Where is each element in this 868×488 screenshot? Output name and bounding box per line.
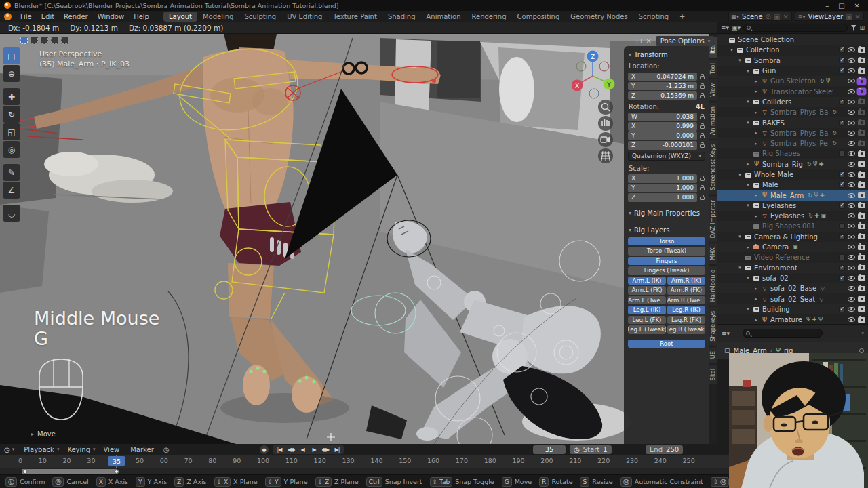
expand-icon[interactable]: ▾ (745, 275, 751, 281)
outliner-row[interactable]: Scene Collection (717, 35, 868, 45)
location-field[interactable]: Y -1.253 m (628, 82, 697, 91)
outliner-item-label[interactable]: Male (762, 181, 778, 188)
outliner-row[interactable]: ▾ Camera & Lighting (717, 232, 868, 242)
rig-layer-button[interactable]: Arm.L (Twe... (628, 296, 666, 305)
lock-icon[interactable] (700, 85, 705, 89)
outliner-row[interactable]: ▾ Colliders (717, 97, 868, 107)
location-field[interactable]: X -0.047024 m (628, 73, 697, 81)
outliner-item-label[interactable]: Scene Collection (738, 36, 794, 43)
maximize-button[interactable]: □ (838, 2, 844, 9)
expand-icon[interactable]: ▸ (753, 141, 759, 146)
hide-viewport-icon[interactable] (848, 100, 855, 104)
sidebar-tab[interactable]: Animation (709, 102, 717, 139)
outliner-row[interactable]: ▸ Camera ▣ (717, 242, 868, 252)
transport-button[interactable]: |◀ (274, 445, 285, 454)
location-field[interactable]: Z -0.15369 m (628, 92, 697, 100)
properties-search[interactable] (743, 329, 823, 338)
disable-render-icon[interactable] (858, 203, 865, 208)
outliner-item-label[interactable]: sofa_02 (762, 274, 789, 282)
disable-render-icon[interactable] (858, 68, 865, 74)
expand-icon[interactable]: ▸ (753, 214, 759, 219)
outliner-item-label[interactable]: Sombra_Phys_Balls (770, 129, 828, 137)
outliner-row[interactable]: ▾ sofa_02 (717, 273, 868, 283)
sidebar-tab[interactable]: Skel (709, 365, 717, 384)
hide-viewport-icon[interactable] (848, 172, 855, 177)
expand-icon[interactable]: ▾ (745, 120, 751, 125)
outliner-row[interactable]: ▾ Male (717, 180, 868, 190)
clear-icon[interactable]: ✕ (783, 13, 788, 20)
expand-icon[interactable]: ▾ (737, 265, 743, 270)
outliner-row[interactable]: ▸ Eyelashes ↻ ✚ ▣ (717, 211, 868, 221)
clear-icon[interactable]: ✕ (855, 13, 861, 20)
select-mode-extend-icon[interactable] (31, 37, 38, 44)
outliner-row[interactable]: Rig Shapes.001 (717, 221, 868, 231)
timeline-menu[interactable]: Keying ▾ (63, 445, 99, 454)
scene-selector[interactable]: ▦▾ Scene ⊘ ▣ ✕ (728, 12, 792, 21)
disable-render-icon[interactable] (858, 275, 865, 281)
editor-type-icon[interactable]: ≡▾ (722, 330, 730, 337)
workspace-tab[interactable]: Shading (382, 12, 421, 22)
outliner-row[interactable]: Rig Shapes (717, 148, 868, 159)
hide-viewport-icon[interactable] (848, 245, 855, 249)
outliner-item-label[interactable]: Male_Arm (770, 192, 804, 199)
hide-viewport-icon[interactable] (848, 110, 855, 115)
lock-icon[interactable] (700, 116, 705, 119)
sidebar-tab[interactable]: UE (709, 347, 717, 363)
transport-button[interactable]: ◆▶ (320, 445, 331, 454)
workspace-tab[interactable]: Texture Paint (328, 12, 382, 22)
expand-icon[interactable]: ▸ (753, 317, 759, 323)
expand-icon[interactable]: ▸ (753, 89, 759, 94)
outliner-item-label[interactable]: Colliders (762, 98, 791, 106)
disable-render-icon[interactable] (858, 286, 865, 291)
outliner-item-label[interactable]: Sombra_Phys_Penis (770, 140, 828, 147)
exclude-checkbox[interactable] (839, 223, 845, 229)
new-collection-icon[interactable]: ⊞ (859, 24, 865, 31)
outliner-row[interactable]: ▸ sofa_02_Base ▽ (717, 283, 868, 293)
hide-viewport-icon[interactable] (848, 297, 855, 302)
outliner-row[interactable]: ▸ sofa_02_Seat ▽ (717, 293, 868, 304)
chevron-down-icon[interactable]: ▾ (861, 331, 864, 336)
hide-viewport-icon[interactable] (848, 276, 855, 281)
transport-button[interactable]: ◀ (297, 445, 308, 454)
transport-button[interactable]: ▶ (309, 445, 319, 454)
menu-item[interactable]: Help (129, 12, 154, 22)
outliner-row[interactable]: ▾ Sombra (717, 56, 868, 66)
hide-viewport-icon[interactable] (848, 255, 855, 260)
select-mode-new-icon[interactable] (20, 37, 28, 44)
outliner-item-label[interactable]: Eyelashes (770, 212, 804, 220)
disable-render-icon[interactable] (858, 306, 865, 312)
lock-icon[interactable] (700, 95, 705, 98)
rig-layer-button[interactable]: Leg.L (FK) (628, 316, 666, 325)
current-frame-field[interactable]: 35 (533, 445, 566, 454)
frame-start-field[interactable]: ◷ Start 1 (570, 445, 612, 454)
outliner-row[interactable]: ▾ Eyelashes (717, 201, 868, 211)
pose-breakdowner-tool[interactable]: ◡ (3, 205, 20, 222)
outliner-row[interactable]: ▾ BAKES (717, 117, 868, 127)
hide-viewport-icon[interactable] (848, 224, 855, 228)
disable-render-icon[interactable] (858, 182, 865, 188)
hide-viewport-icon[interactable] (848, 89, 855, 94)
rig-layer-button[interactable]: Fingers (628, 257, 705, 266)
rig-layer-button[interactable]: Arm.L (FK) (628, 286, 666, 295)
lock-icon[interactable] (700, 197, 705, 200)
copy-icon[interactable]: ▣ (774, 13, 780, 20)
outliner-row[interactable]: ▾ Building (717, 304, 868, 314)
rig-layer-button[interactable]: Leg.R (IK) (667, 306, 705, 314)
disable-render-icon[interactable] (858, 79, 865, 84)
disable-render-icon[interactable] (858, 141, 865, 146)
move-tool[interactable]: ✚ (3, 88, 20, 105)
hide-viewport-icon[interactable] (848, 79, 855, 83)
workspace-tab[interactable]: Layout (163, 12, 197, 22)
disable-render-icon[interactable] (858, 172, 865, 178)
outliner-item-label[interactable]: Video Reference (754, 253, 810, 261)
outliner-item-label[interactable]: Sombra_Rig (762, 161, 803, 168)
exclude-checkbox[interactable] (839, 150, 845, 157)
expand-icon[interactable]: ▾ (745, 68, 751, 74)
workspace-tab[interactable]: Modeling (197, 12, 239, 22)
outliner-item-label[interactable]: Sombra (754, 57, 781, 64)
sidebar-tab[interactable]: Screencast Keys (709, 140, 717, 195)
outliner-item-label[interactable]: Building (762, 306, 790, 313)
disable-render-icon[interactable] (858, 317, 865, 323)
measure-tool[interactable]: ∠ (3, 182, 20, 199)
rig-layer-button[interactable]: Leg.L (Tweak) (628, 325, 666, 334)
